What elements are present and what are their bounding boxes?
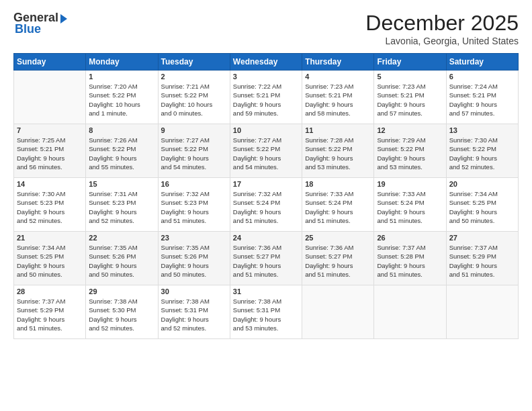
day-info: Sunrise: 7:32 AM Sunset: 5:23 PM Dayligh…: [161, 189, 227, 225]
day-info: Sunrise: 7:38 AM Sunset: 5:31 PM Dayligh…: [233, 297, 299, 332]
calendar-week-4: 21Sunrise: 7:34 AM Sunset: 5:25 PM Dayli…: [14, 232, 519, 285]
day-info: Sunrise: 7:30 AM Sunset: 5:23 PM Dayligh…: [17, 189, 83, 225]
weekday-header-monday: Monday: [86, 54, 158, 71]
day-number: 13: [449, 126, 515, 134]
day-info: Sunrise: 7:27 AM Sunset: 5:22 PM Dayligh…: [233, 136, 299, 171]
calendar-cell: 9Sunrise: 7:27 AM Sunset: 5:22 PM Daylig…: [158, 124, 230, 178]
calendar-cell: 27Sunrise: 7:37 AM Sunset: 5:29 PM Dayli…: [446, 232, 518, 285]
day-number: 10: [233, 126, 299, 134]
day-info: Sunrise: 7:33 AM Sunset: 5:24 PM Dayligh…: [377, 189, 443, 225]
day-info: Sunrise: 7:37 AM Sunset: 5:29 PM Dayligh…: [449, 243, 515, 279]
day-info: Sunrise: 7:28 AM Sunset: 5:22 PM Dayligh…: [305, 136, 371, 171]
calendar-cell: 21Sunrise: 7:34 AM Sunset: 5:25 PM Dayli…: [14, 232, 86, 285]
day-info: Sunrise: 7:23 AM Sunset: 5:21 PM Dayligh…: [377, 82, 443, 118]
day-number: 5: [377, 73, 443, 81]
day-info: Sunrise: 7:34 AM Sunset: 5:25 PM Dayligh…: [449, 189, 515, 225]
calendar-cell: 8Sunrise: 7:26 AM Sunset: 5:22 PM Daylig…: [86, 124, 158, 178]
logo: General Blue: [13, 11, 67, 36]
day-info: Sunrise: 7:26 AM Sunset: 5:22 PM Dayligh…: [89, 136, 154, 171]
calendar-week-5: 28Sunrise: 7:37 AM Sunset: 5:29 PM Dayli…: [14, 285, 519, 339]
location-text: Lavonia, Georgia, United States: [365, 36, 519, 46]
day-number: 21: [17, 234, 83, 242]
calendar-cell: 6Sunrise: 7:24 AM Sunset: 5:21 PM Daylig…: [446, 71, 518, 124]
day-number: 19: [377, 180, 443, 188]
month-year-title: December 2025: [365, 11, 519, 36]
day-number: 18: [305, 180, 371, 188]
calendar-cell: 13Sunrise: 7:30 AM Sunset: 5:22 PM Dayli…: [446, 124, 518, 178]
day-number: 28: [17, 287, 83, 295]
day-number: 6: [449, 73, 515, 81]
calendar-cell: 17Sunrise: 7:32 AM Sunset: 5:24 PM Dayli…: [230, 178, 302, 232]
day-info: Sunrise: 7:21 AM Sunset: 5:22 PM Dayligh…: [161, 82, 227, 118]
calendar-week-3: 14Sunrise: 7:30 AM Sunset: 5:23 PM Dayli…: [14, 178, 519, 232]
logo-arrow-icon: [60, 14, 67, 24]
day-info: Sunrise: 7:37 AM Sunset: 5:29 PM Dayligh…: [17, 297, 83, 332]
weekday-header-tuesday: Tuesday: [158, 54, 230, 71]
day-info: Sunrise: 7:35 AM Sunset: 5:26 PM Dayligh…: [161, 243, 227, 279]
calendar-cell: [446, 285, 518, 339]
day-info: Sunrise: 7:24 AM Sunset: 5:21 PM Dayligh…: [449, 82, 515, 118]
day-number: 27: [449, 234, 515, 242]
day-number: 16: [161, 180, 227, 188]
day-number: 20: [449, 180, 515, 188]
header: General Blue December 2025 Lavonia, Geor…: [13, 11, 519, 46]
day-info: Sunrise: 7:30 AM Sunset: 5:22 PM Dayligh…: [449, 136, 515, 171]
calendar-cell: 11Sunrise: 7:28 AM Sunset: 5:22 PM Dayli…: [302, 124, 374, 178]
calendar-cell: 29Sunrise: 7:38 AM Sunset: 5:30 PM Dayli…: [86, 285, 158, 339]
day-info: Sunrise: 7:20 AM Sunset: 5:22 PM Dayligh…: [89, 82, 154, 118]
page: General Blue December 2025 Lavonia, Geor…: [0, 0, 532, 411]
day-info: Sunrise: 7:36 AM Sunset: 5:27 PM Dayligh…: [305, 243, 371, 279]
day-info: Sunrise: 7:32 AM Sunset: 5:24 PM Dayligh…: [233, 189, 299, 225]
day-info: Sunrise: 7:38 AM Sunset: 5:30 PM Dayligh…: [89, 297, 154, 332]
day-info: Sunrise: 7:27 AM Sunset: 5:22 PM Dayligh…: [161, 136, 227, 171]
calendar-cell: 22Sunrise: 7:35 AM Sunset: 5:26 PM Dayli…: [86, 232, 158, 285]
day-number: 14: [17, 180, 83, 188]
day-number: 23: [161, 234, 227, 242]
calendar-cell: 15Sunrise: 7:31 AM Sunset: 5:23 PM Dayli…: [86, 178, 158, 232]
day-info: Sunrise: 7:22 AM Sunset: 5:21 PM Dayligh…: [233, 82, 299, 118]
calendar-week-1: 1Sunrise: 7:20 AM Sunset: 5:22 PM Daylig…: [14, 71, 519, 124]
day-info: Sunrise: 7:33 AM Sunset: 5:24 PM Dayligh…: [305, 189, 371, 225]
calendar-cell: 7Sunrise: 7:25 AM Sunset: 5:21 PM Daylig…: [14, 124, 86, 178]
logo-blue-text: Blue: [13, 22, 41, 36]
day-info: Sunrise: 7:23 AM Sunset: 5:21 PM Dayligh…: [305, 82, 371, 118]
day-info: Sunrise: 7:31 AM Sunset: 5:23 PM Dayligh…: [89, 189, 154, 225]
day-number: 7: [17, 126, 83, 134]
day-info: Sunrise: 7:37 AM Sunset: 5:28 PM Dayligh…: [377, 243, 443, 279]
calendar-cell: 30Sunrise: 7:38 AM Sunset: 5:31 PM Dayli…: [158, 285, 230, 339]
calendar-cell: 2Sunrise: 7:21 AM Sunset: 5:22 PM Daylig…: [158, 71, 230, 124]
day-number: 26: [377, 234, 443, 242]
calendar-cell: 4Sunrise: 7:23 AM Sunset: 5:21 PM Daylig…: [302, 71, 374, 124]
day-info: Sunrise: 7:35 AM Sunset: 5:26 PM Dayligh…: [89, 243, 154, 279]
day-number: 17: [233, 180, 299, 188]
calendar-cell: 3Sunrise: 7:22 AM Sunset: 5:21 PM Daylig…: [230, 71, 302, 124]
weekday-header-saturday: Saturday: [446, 54, 518, 71]
calendar-cell: 12Sunrise: 7:29 AM Sunset: 5:22 PM Dayli…: [374, 124, 446, 178]
calendar-cell: [302, 285, 374, 339]
day-number: 22: [89, 234, 154, 242]
day-info: Sunrise: 7:38 AM Sunset: 5:31 PM Dayligh…: [161, 297, 227, 332]
calendar-cell: [14, 71, 86, 124]
calendar-cell: 31Sunrise: 7:38 AM Sunset: 5:31 PM Dayli…: [230, 285, 302, 339]
weekday-header-sunday: Sunday: [14, 54, 86, 71]
day-number: 4: [305, 73, 371, 81]
weekday-header-wednesday: Wednesday: [230, 54, 302, 71]
calendar-week-2: 7Sunrise: 7:25 AM Sunset: 5:21 PM Daylig…: [14, 124, 519, 178]
calendar-table: SundayMondayTuesdayWednesdayThursdayFrid…: [13, 53, 519, 339]
day-info: Sunrise: 7:29 AM Sunset: 5:22 PM Dayligh…: [377, 136, 443, 171]
calendar-cell: 18Sunrise: 7:33 AM Sunset: 5:24 PM Dayli…: [302, 178, 374, 232]
calendar-cell: 10Sunrise: 7:27 AM Sunset: 5:22 PM Dayli…: [230, 124, 302, 178]
day-number: 30: [161, 287, 227, 295]
calendar-cell: 16Sunrise: 7:32 AM Sunset: 5:23 PM Dayli…: [158, 178, 230, 232]
day-number: 25: [305, 234, 371, 242]
calendar-cell: 20Sunrise: 7:34 AM Sunset: 5:25 PM Dayli…: [446, 178, 518, 232]
day-number: 24: [233, 234, 299, 242]
calendar-cell: 28Sunrise: 7:37 AM Sunset: 5:29 PM Dayli…: [14, 285, 86, 339]
day-number: 1: [89, 73, 154, 81]
calendar-cell: 19Sunrise: 7:33 AM Sunset: 5:24 PM Dayli…: [374, 178, 446, 232]
day-info: Sunrise: 7:34 AM Sunset: 5:25 PM Dayligh…: [17, 243, 83, 279]
weekday-header-row: SundayMondayTuesdayWednesdayThursdayFrid…: [14, 54, 519, 71]
day-number: 11: [305, 126, 371, 134]
weekday-header-friday: Friday: [374, 54, 446, 71]
day-number: 3: [233, 73, 299, 81]
